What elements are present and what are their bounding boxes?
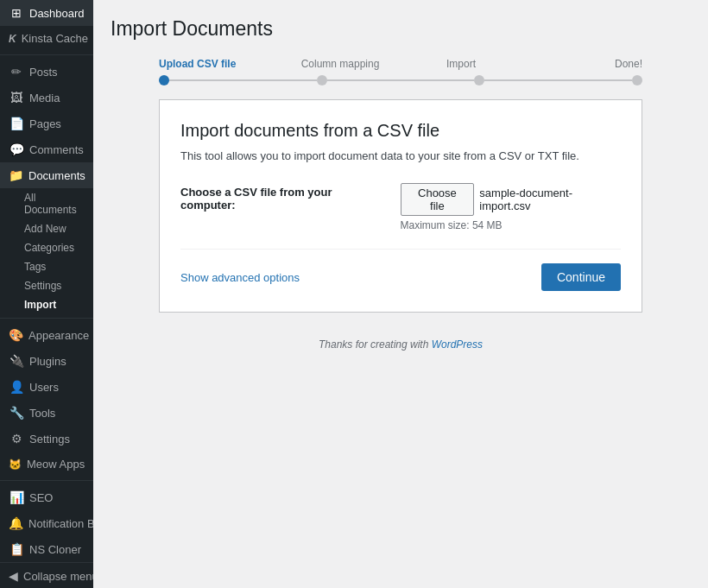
posts-icon: ✏ <box>9 65 24 79</box>
sidebar-item-meow-apps[interactable]: 🐱 Meow Apps <box>0 452 93 477</box>
sidebar-item-appearance[interactable]: 🎨 Appearance <box>0 322 93 348</box>
file-name-label: sample-document-import.csv <box>479 187 621 212</box>
collapse-icon: ◀ <box>9 569 18 583</box>
wordpress-link[interactable]: WordPress <box>432 338 483 351</box>
cloner-icon: 📋 <box>9 542 24 556</box>
step-label-done: Done! <box>615 58 642 70</box>
sidebar-sub-categories[interactable]: Categories <box>0 238 93 257</box>
settings-icon: ⚙ <box>9 432 24 446</box>
step-dot-done <box>632 75 642 85</box>
wizard-steps: Upload CSV file Column mapping Import Do… <box>159 58 642 85</box>
step-label-upload: Upload CSV file <box>159 58 236 70</box>
sidebar-item-comments[interactable]: 💬 Comments <box>0 136 93 162</box>
main-content: Import Documents Upload CSV file Column … <box>93 0 708 588</box>
steps-dots-line <box>159 75 642 85</box>
step-label-mapping: Column mapping <box>301 58 380 70</box>
sidebar-item-users[interactable]: 👤 Users <box>0 374 93 400</box>
kinsta-icon: K <box>9 33 16 45</box>
sidebar-separator-2 <box>0 318 93 319</box>
sidebar-sub-import[interactable]: Import <box>0 295 93 314</box>
step-dot-mapping <box>317 75 327 85</box>
steps-labels: Upload CSV file Column mapping Import Do… <box>159 58 642 70</box>
sidebar-item-ns-cloner[interactable]: 📋 NS Cloner <box>0 536 93 562</box>
sidebar-separator <box>0 54 93 55</box>
continue-button[interactable]: Continue <box>541 263 621 291</box>
file-input-control: Choose file sample-document-import.csv <box>401 183 621 216</box>
step-label-import: Import <box>446 58 476 70</box>
pages-icon: 📄 <box>9 117 24 130</box>
card-title: Import documents from a CSV file <box>180 121 621 141</box>
tools-icon: 🔧 <box>9 406 24 420</box>
sidebar-sub-settings[interactable]: Settings <box>0 276 93 295</box>
sidebar-item-settings[interactable]: ⚙ Settings <box>0 426 93 452</box>
comments-icon: 💬 <box>9 142 24 156</box>
sidebar-item-posts[interactable]: ✏ Posts <box>0 59 93 85</box>
step-line-3 <box>484 79 632 81</box>
choose-file-button[interactable]: Choose file <box>401 183 475 216</box>
step-dot-upload <box>159 75 169 85</box>
advanced-options-link[interactable]: Show advanced options <box>180 271 300 284</box>
card-footer: Show advanced options Continue <box>180 249 621 291</box>
appearance-icon: 🎨 <box>9 328 23 342</box>
file-label: Choose a CSV file from your computer: <box>180 183 387 212</box>
seo-icon: 📊 <box>9 490 24 504</box>
page-footer: Thanks for creating with WordPress <box>111 338 691 351</box>
sidebar: ⊞ Dashboard K Kinsta Cache ✏ Posts 🖼 Med… <box>0 0 93 588</box>
sidebar-sub-add-new[interactable]: Add New <box>0 219 93 238</box>
notification-icon: 🔔 <box>9 516 23 530</box>
users-icon: 👤 <box>9 380 24 394</box>
page-title: Import Documents <box>111 17 691 41</box>
sidebar-item-kinsta-cache[interactable]: K Kinsta Cache <box>0 26 93 51</box>
sidebar-sub-all-documents[interactable]: All Documents <box>0 188 93 219</box>
dashboard-icon: ⊞ <box>9 6 24 20</box>
meow-icon: 🐱 <box>9 458 22 471</box>
sidebar-item-pages[interactable]: 📄 Pages <box>0 111 93 136</box>
import-card: Import documents from a CSV file This to… <box>159 99 642 313</box>
sidebar-item-seo[interactable]: 📊 SEO <box>0 484 93 510</box>
file-input-row: Choose a CSV file from your computer: Ch… <box>180 183 621 231</box>
plugins-icon: 🔌 <box>9 354 24 368</box>
sidebar-item-notification-bars[interactable]: 🔔 Notification Bars <box>0 510 93 536</box>
sidebar-sub-tags[interactable]: Tags <box>0 257 93 276</box>
sidebar-item-tools[interactable]: 🔧 Tools <box>0 400 93 426</box>
sidebar-item-dashboard[interactable]: ⊞ Dashboard <box>0 0 93 26</box>
file-control: Choose file sample-document-import.csv M… <box>401 183 621 231</box>
media-icon: 🖼 <box>9 91 24 104</box>
sidebar-item-media[interactable]: 🖼 Media <box>0 85 93 111</box>
sidebar-item-documents[interactable]: 📁 Documents <box>0 162 93 188</box>
step-line-2 <box>327 79 475 81</box>
step-line-1 <box>169 79 317 81</box>
max-size-label: Maximum size: 54 MB <box>401 219 621 231</box>
sidebar-item-collapse-menu[interactable]: ◀ Collapse menu <box>0 562 93 588</box>
step-dot-import <box>474 75 484 85</box>
sidebar-item-plugins[interactable]: 🔌 Plugins <box>0 348 93 374</box>
documents-icon: 📁 <box>9 168 23 182</box>
sidebar-separator-3 <box>0 480 93 481</box>
card-description: This tool allows you to import document … <box>180 149 621 162</box>
